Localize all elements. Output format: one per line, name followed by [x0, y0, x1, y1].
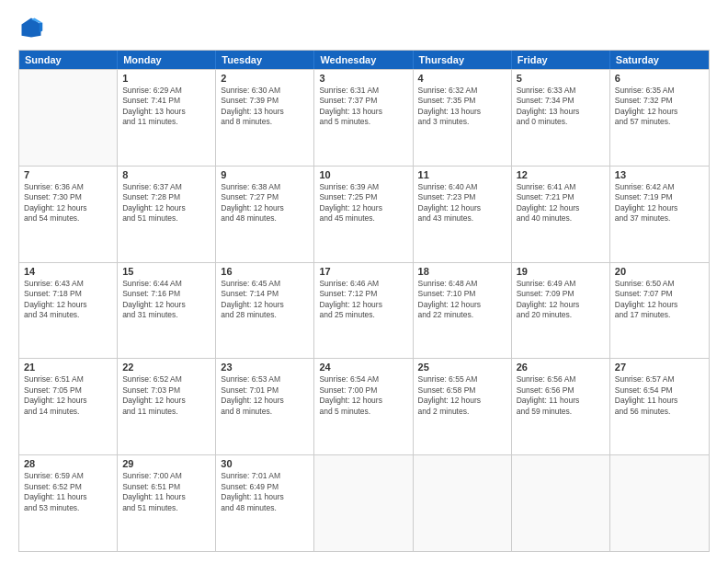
cell-info: Sunrise: 6:52 AMSunset: 7:03 PMDaylight:…	[122, 374, 210, 417]
cal-cell	[512, 455, 610, 551]
day-number: 2	[221, 73, 309, 84]
cell-info: Sunrise: 6:30 AMSunset: 7:39 PMDaylight:…	[221, 86, 309, 128]
day-number: 26	[517, 362, 605, 373]
day-number: 27	[615, 362, 704, 373]
cell-info: Sunrise: 6:53 AMSunset: 7:01 PMDaylight:…	[221, 374, 309, 417]
cal-cell: 7Sunrise: 6:36 AMSunset: 7:30 PMDaylight…	[19, 167, 118, 262]
day-number: 30	[221, 458, 309, 469]
day-number: 3	[319, 73, 407, 84]
cal-cell: 11Sunrise: 6:40 AMSunset: 7:23 PMDayligh…	[414, 167, 512, 262]
cell-info: Sunrise: 6:57 AMSunset: 6:54 PMDaylight:…	[615, 374, 704, 417]
day-number: 11	[418, 169, 506, 180]
day-number: 13	[615, 169, 704, 180]
cal-cell: 15Sunrise: 6:44 AMSunset: 7:16 PMDayligh…	[118, 263, 216, 359]
day-number: 1	[122, 73, 210, 84]
header	[18, 15, 710, 40]
cal-cell: 16Sunrise: 6:45 AMSunset: 7:14 PMDayligh…	[216, 263, 314, 359]
cell-info: Sunrise: 6:36 AMSunset: 7:30 PMDaylight:…	[24, 182, 112, 224]
cal-cell: 27Sunrise: 6:57 AMSunset: 6:54 PMDayligh…	[610, 359, 709, 454]
calendar: SundayMondayTuesdayWednesdayThursdayFrid…	[18, 50, 710, 552]
cell-info: Sunrise: 6:48 AMSunset: 7:10 PMDaylight:…	[418, 279, 506, 321]
cell-info: Sunrise: 6:40 AMSunset: 7:23 PMDaylight:…	[418, 182, 506, 224]
svg-marker-2	[40, 23, 43, 33]
cal-cell: 10Sunrise: 6:39 AMSunset: 7:25 PMDayligh…	[314, 167, 413, 262]
day-number: 12	[517, 169, 605, 180]
cell-info: Sunrise: 7:00 AMSunset: 6:51 PMDaylight:…	[122, 471, 210, 513]
day-header-monday: Monday	[118, 51, 216, 69]
cal-cell: 21Sunrise: 6:51 AMSunset: 7:05 PMDayligh…	[19, 359, 118, 454]
cal-cell: 8Sunrise: 6:37 AMSunset: 7:28 PMDaylight…	[118, 167, 216, 262]
cell-info: Sunrise: 6:37 AMSunset: 7:28 PMDaylight:…	[122, 182, 210, 224]
cal-cell: 9Sunrise: 6:38 AMSunset: 7:27 PMDaylight…	[216, 167, 314, 262]
day-number: 23	[221, 362, 309, 373]
cal-cell: 29Sunrise: 7:00 AMSunset: 6:51 PMDayligh…	[118, 455, 216, 551]
cal-cell: 2Sunrise: 6:30 AMSunset: 7:39 PMDaylight…	[216, 70, 314, 166]
cal-cell: 22Sunrise: 6:52 AMSunset: 7:03 PMDayligh…	[118, 359, 216, 454]
cal-cell: 20Sunrise: 6:50 AMSunset: 7:07 PMDayligh…	[610, 263, 709, 359]
logo	[18, 15, 48, 40]
week-row-0: 1Sunrise: 6:29 AMSunset: 7:41 PMDaylight…	[19, 69, 709, 166]
cal-cell: 5Sunrise: 6:33 AMSunset: 7:34 PMDaylight…	[512, 70, 610, 166]
cell-info: Sunrise: 6:29 AMSunset: 7:41 PMDaylight:…	[122, 86, 210, 128]
day-number: 24	[319, 362, 407, 373]
cal-cell: 12Sunrise: 6:41 AMSunset: 7:21 PMDayligh…	[512, 167, 610, 262]
cal-cell: 26Sunrise: 6:56 AMSunset: 6:56 PMDayligh…	[512, 359, 610, 454]
cell-info: Sunrise: 6:51 AMSunset: 7:05 PMDaylight:…	[24, 374, 112, 417]
day-number: 17	[319, 266, 407, 277]
day-number: 6	[615, 73, 704, 84]
day-header-wednesday: Wednesday	[314, 51, 413, 69]
day-number: 14	[24, 266, 112, 277]
day-number: 15	[122, 266, 210, 277]
day-header-friday: Friday	[512, 51, 610, 69]
cell-info: Sunrise: 6:50 AMSunset: 7:07 PMDaylight:…	[615, 279, 704, 321]
cell-info: Sunrise: 6:44 AMSunset: 7:16 PMDaylight:…	[122, 279, 210, 321]
day-number: 21	[24, 362, 112, 373]
cell-info: Sunrise: 6:43 AMSunset: 7:18 PMDaylight:…	[24, 279, 112, 321]
cal-cell: 25Sunrise: 6:55 AMSunset: 6:58 PMDayligh…	[414, 359, 512, 454]
day-number: 22	[122, 362, 210, 373]
cal-cell: 6Sunrise: 6:35 AMSunset: 7:32 PMDaylight…	[610, 70, 709, 166]
cal-cell: 13Sunrise: 6:42 AMSunset: 7:19 PMDayligh…	[610, 167, 709, 262]
day-number: 10	[319, 169, 407, 180]
cal-cell: 18Sunrise: 6:48 AMSunset: 7:10 PMDayligh…	[414, 263, 512, 359]
day-header-sunday: Sunday	[19, 51, 118, 69]
calendar-header: SundayMondayTuesdayWednesdayThursdayFrid…	[19, 51, 709, 69]
cell-info: Sunrise: 6:35 AMSunset: 7:32 PMDaylight:…	[615, 86, 704, 128]
day-number: 5	[517, 73, 605, 84]
day-number: 20	[615, 266, 704, 277]
day-number: 8	[122, 169, 210, 180]
cell-info: Sunrise: 6:32 AMSunset: 7:35 PMDaylight:…	[418, 86, 506, 128]
cell-info: Sunrise: 6:49 AMSunset: 7:09 PMDaylight:…	[517, 279, 605, 321]
day-number: 4	[418, 73, 506, 84]
cal-cell: 28Sunrise: 6:59 AMSunset: 6:52 PMDayligh…	[19, 455, 118, 551]
cell-info: Sunrise: 7:01 AMSunset: 6:49 PMDaylight:…	[221, 471, 309, 513]
day-number: 16	[221, 266, 309, 277]
cal-cell: 14Sunrise: 6:43 AMSunset: 7:18 PMDayligh…	[19, 263, 118, 359]
day-number: 28	[24, 458, 112, 469]
day-number: 25	[418, 362, 506, 373]
day-number: 9	[221, 169, 309, 180]
day-number: 29	[122, 458, 210, 469]
cal-cell: 24Sunrise: 6:54 AMSunset: 7:00 PMDayligh…	[314, 359, 413, 454]
cal-cell	[610, 455, 709, 551]
cell-info: Sunrise: 6:31 AMSunset: 7:37 PMDaylight:…	[319, 86, 407, 128]
cell-info: Sunrise: 6:41 AMSunset: 7:21 PMDaylight:…	[517, 182, 605, 224]
logo-icon	[18, 15, 44, 40]
cell-info: Sunrise: 6:59 AMSunset: 6:52 PMDaylight:…	[24, 471, 112, 513]
page: SundayMondayTuesdayWednesdayThursdayFrid…	[0, 0, 728, 563]
week-row-3: 21Sunrise: 6:51 AMSunset: 7:05 PMDayligh…	[19, 358, 709, 454]
cal-cell: 4Sunrise: 6:32 AMSunset: 7:35 PMDaylight…	[414, 70, 512, 166]
week-row-4: 28Sunrise: 6:59 AMSunset: 6:52 PMDayligh…	[19, 454, 709, 551]
cell-info: Sunrise: 6:39 AMSunset: 7:25 PMDaylight:…	[319, 182, 407, 224]
week-row-2: 14Sunrise: 6:43 AMSunset: 7:18 PMDayligh…	[19, 262, 709, 359]
cell-info: Sunrise: 6:33 AMSunset: 7:34 PMDaylight:…	[517, 86, 605, 128]
day-number: 7	[24, 169, 112, 180]
cal-cell: 19Sunrise: 6:49 AMSunset: 7:09 PMDayligh…	[512, 263, 610, 359]
cal-cell: 23Sunrise: 6:53 AMSunset: 7:01 PMDayligh…	[216, 359, 314, 454]
cell-info: Sunrise: 6:45 AMSunset: 7:14 PMDaylight:…	[221, 279, 309, 321]
cell-info: Sunrise: 6:54 AMSunset: 7:00 PMDaylight:…	[319, 374, 407, 417]
cell-info: Sunrise: 6:38 AMSunset: 7:27 PMDaylight:…	[221, 182, 309, 224]
week-row-1: 7Sunrise: 6:36 AMSunset: 7:30 PMDaylight…	[19, 166, 709, 262]
cell-info: Sunrise: 6:56 AMSunset: 6:56 PMDaylight:…	[517, 374, 605, 417]
cal-cell: 17Sunrise: 6:46 AMSunset: 7:12 PMDayligh…	[314, 263, 413, 359]
